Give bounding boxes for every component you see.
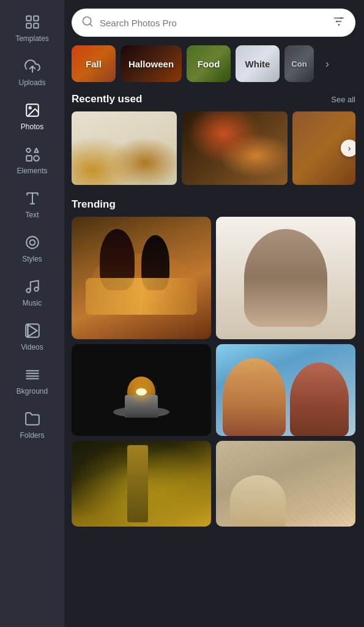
videos-icon bbox=[24, 322, 41, 339]
svg-line-25 bbox=[90, 24, 92, 26]
category-next-arrow[interactable]: › bbox=[319, 55, 336, 72]
svg-point-15 bbox=[26, 288, 31, 293]
sidebar-label-photos: Photos bbox=[21, 122, 43, 131]
trending-img-pizza[interactable] bbox=[72, 217, 211, 339]
trending-header: Trending bbox=[72, 198, 355, 211]
sidebar-label-videos: Videos bbox=[21, 343, 43, 351]
svg-rect-1 bbox=[26, 23, 31, 28]
svg-point-29 bbox=[336, 21, 338, 23]
sidebar: Templates Uploads Photos Elements Text S… bbox=[0, 0, 64, 627]
svg-marker-17 bbox=[28, 325, 37, 337]
trending-title: Trending bbox=[72, 198, 116, 211]
category-chip-white[interactable]: White bbox=[236, 45, 280, 82]
sidebar-label-text: Text bbox=[25, 211, 39, 219]
music-icon bbox=[24, 278, 41, 295]
recently-used-title: Recently used bbox=[72, 93, 142, 105]
category-row: Fall Halloween Food White Con › bbox=[72, 45, 355, 82]
sidebar-item-music[interactable]: Music bbox=[0, 271, 64, 315]
svg-point-31 bbox=[338, 24, 340, 26]
category-chip-fall[interactable]: Fall bbox=[72, 45, 116, 82]
sidebar-label-styles: Styles bbox=[22, 255, 42, 263]
main-content: Fall Halloween Food White Con › Recently… bbox=[64, 0, 364, 627]
sidebar-item-videos[interactable]: Videos bbox=[0, 315, 64, 359]
search-icon bbox=[81, 15, 94, 30]
styles-icon bbox=[24, 234, 41, 251]
sidebar-item-uploads[interactable]: Uploads bbox=[0, 50, 64, 94]
sidebar-label-uploads: Uploads bbox=[18, 78, 45, 87]
filter-icon[interactable] bbox=[332, 15, 346, 31]
sidebar-item-photos[interactable]: Photos bbox=[0, 94, 64, 138]
svg-marker-19 bbox=[28, 325, 37, 337]
recent-thumb-1[interactable] bbox=[72, 111, 177, 185]
category-chip-food[interactable]: Food bbox=[187, 45, 231, 82]
svg-rect-3 bbox=[34, 23, 39, 28]
photos-icon bbox=[24, 102, 41, 119]
svg-rect-0 bbox=[26, 16, 31, 21]
trending-img-cozy-knit[interactable] bbox=[216, 441, 355, 527]
category-chip-halloween[interactable]: Halloween bbox=[121, 45, 182, 82]
sidebar-item-text[interactable]: Text bbox=[0, 182, 64, 227]
elements-icon bbox=[24, 146, 41, 163]
templates-icon bbox=[24, 13, 41, 31]
sidebar-label-templates: Templates bbox=[15, 34, 49, 43]
uploads-icon bbox=[24, 58, 41, 75]
sidebar-item-background[interactable]: Bkground bbox=[0, 359, 64, 403]
sidebar-label-music: Music bbox=[23, 299, 42, 307]
trending-img-woman-sitting[interactable] bbox=[216, 217, 355, 339]
trending-grid bbox=[72, 217, 355, 527]
sidebar-item-elements[interactable]: Elements bbox=[0, 138, 64, 182]
svg-point-16 bbox=[34, 287, 39, 291]
search-input[interactable] bbox=[100, 18, 326, 28]
sidebar-label-elements: Elements bbox=[17, 167, 47, 175]
svg-point-13 bbox=[29, 240, 35, 246]
category-chip-con[interactable]: Con bbox=[284, 45, 314, 82]
sidebar-item-folders[interactable]: Folders bbox=[0, 403, 64, 447]
folders-icon bbox=[24, 410, 41, 427]
recently-used-row: › bbox=[72, 111, 355, 185]
background-icon bbox=[24, 366, 41, 383]
svg-point-10 bbox=[34, 156, 39, 161]
recent-thumb-2[interactable] bbox=[182, 111, 287, 185]
svg-point-6 bbox=[29, 107, 31, 109]
svg-rect-2 bbox=[34, 16, 39, 21]
text-icon bbox=[24, 190, 41, 207]
svg-point-30 bbox=[340, 17, 342, 19]
svg-point-7 bbox=[26, 148, 31, 152]
svg-marker-8 bbox=[34, 148, 39, 152]
sidebar-item-styles[interactable]: Styles bbox=[0, 227, 64, 271]
sidebar-item-templates[interactable]: Templates bbox=[0, 6, 64, 50]
sidebar-label-folders: Folders bbox=[20, 431, 44, 440]
trending-img-candle[interactable] bbox=[72, 344, 211, 436]
svg-point-14 bbox=[26, 236, 39, 249]
trending-img-yellow-leaves[interactable] bbox=[72, 441, 211, 527]
search-bar[interactable] bbox=[72, 9, 355, 37]
svg-rect-9 bbox=[26, 156, 32, 161]
see-all-button[interactable]: See all bbox=[331, 95, 355, 104]
recently-used-header: Recently used See all bbox=[72, 93, 355, 105]
sidebar-label-background: Bkground bbox=[17, 387, 48, 396]
trending-img-friends[interactable] bbox=[216, 344, 355, 436]
recent-next-arrow[interactable]: › bbox=[341, 140, 355, 157]
